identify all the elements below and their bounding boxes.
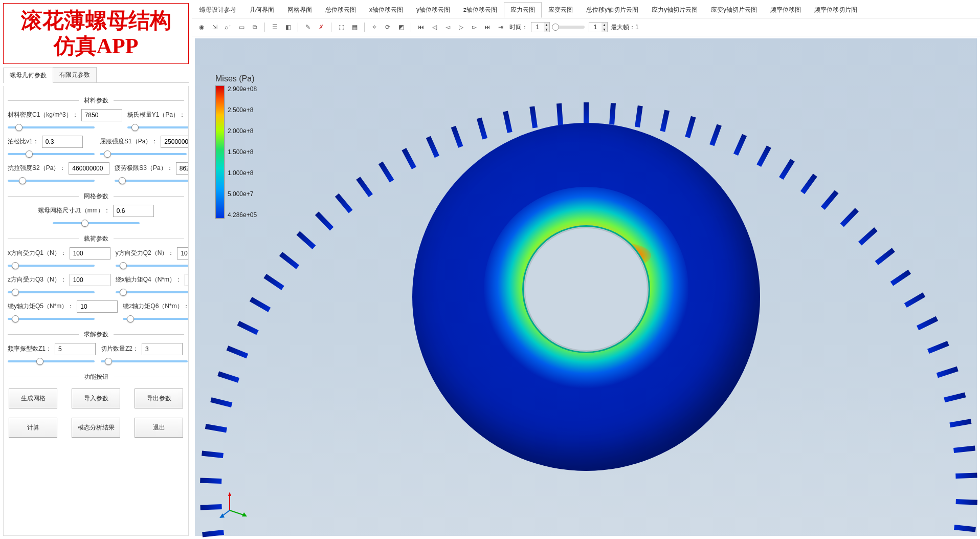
input-mesh-size[interactable]: [113, 205, 154, 217]
slider-fatigue[interactable]: [115, 180, 189, 182]
input-poisson[interactable]: [42, 136, 83, 148]
select-all-icon[interactable]: ▦: [349, 21, 360, 33]
input-fz[interactable]: [70, 274, 110, 286]
clear-highlight-icon[interactable]: ✗: [316, 21, 327, 33]
render-mode-icon[interactable]: ◧: [282, 21, 294, 33]
input-my[interactable]: [77, 300, 118, 313]
tab-fea-params[interactable]: 有限元参数: [53, 67, 97, 82]
input-yield[interactable]: [161, 136, 189, 148]
slider-fy[interactable]: [116, 265, 189, 267]
input-fatigue[interactable]: [176, 162, 189, 175]
result-tab-7[interactable]: 应力云图: [504, 2, 542, 18]
result-tab-9[interactable]: 总位移y轴切片云图: [580, 2, 645, 18]
slider-mz[interactable]: [123, 318, 189, 320]
result-tab-0[interactable]: 螺母设计参考: [193, 2, 243, 18]
model-view[interactable]: [392, 102, 781, 491]
play-icon[interactable]: ▷: [455, 21, 466, 33]
result-tab-6[interactable]: z轴位移云图: [457, 2, 504, 18]
slider-yield[interactable]: [100, 153, 187, 155]
slider-youngs[interactable]: [127, 126, 189, 128]
section-solve: 求解参数: [8, 330, 184, 339]
compute-button[interactable]: 计算: [9, 418, 57, 438]
result-tab-13[interactable]: 频率位移切片图: [808, 2, 864, 18]
isometric-icon[interactable]: ◩: [395, 21, 407, 33]
input-youngs[interactable]: [188, 109, 189, 121]
spin-down-icon[interactable]: ▼: [602, 27, 607, 32]
spin-up-icon[interactable]: ▲: [602, 23, 607, 27]
spin-down-icon[interactable]: ▼: [544, 27, 549, 32]
result-tab-11[interactable]: 应变y轴切片云图: [704, 2, 764, 18]
select-box-icon[interactable]: ▭: [236, 21, 247, 33]
slider-modes[interactable]: [8, 360, 95, 362]
goto-start-icon[interactable]: ⏮: [415, 21, 427, 33]
slider-fx[interactable]: [8, 265, 95, 267]
input-mx[interactable]: [185, 274, 189, 286]
tab-geometry-params[interactable]: 螺母几何参数: [3, 68, 53, 83]
slider-slices[interactable]: [101, 360, 188, 362]
label-tensile: 抗拉强度S2（Pa）：: [8, 164, 65, 173]
result-tab-10[interactable]: 应力y轴切片云图: [645, 2, 704, 18]
time-input[interactable]: [531, 23, 544, 32]
result-tab-1[interactable]: 几何界面: [243, 2, 281, 18]
input-modes[interactable]: [55, 343, 96, 355]
step-forward-icon[interactable]: ▻: [469, 21, 480, 33]
modal-results-button[interactable]: 模态分析结果: [72, 418, 120, 438]
input-fy[interactable]: [177, 247, 189, 260]
label-slices: 切片数量Z2：: [101, 344, 139, 353]
result-viewport[interactable]: Mises (Pa) 2.909e+082.500e+82.000e+81.50…: [195, 38, 977, 536]
slider-fz[interactable]: [8, 291, 95, 293]
result-tab-8[interactable]: 应变云图: [542, 2, 580, 18]
spin-up-icon[interactable]: ▲: [544, 23, 549, 27]
time-spinner[interactable]: ▲▼: [531, 22, 550, 32]
goto-end-icon[interactable]: ⏭: [482, 21, 493, 33]
section-load: 载荷参数: [8, 234, 184, 243]
time-scrubber[interactable]: [554, 26, 585, 29]
label-modes: 频率振型数Z1：: [8, 344, 52, 353]
import-params-button[interactable]: 导入参数: [72, 389, 120, 408]
exit-button[interactable]: 退出: [135, 418, 183, 438]
layers-icon[interactable]: ☰: [269, 21, 280, 33]
input-fx[interactable]: [70, 247, 110, 260]
result-tab-5[interactable]: y轴位移云图: [410, 2, 457, 18]
input-tensile[interactable]: [69, 162, 109, 175]
viewport-toolbar: ◉ ⇲ ⌕⁺ ▭ ⧉ ☰ ◧ ✎ ✗ ⬚ ▦ ✧ ⟳ ◩ ⏮ ◁ ◅ ▷ ▻ ⏭…: [192, 18, 980, 36]
range-icon[interactable]: ⇥: [495, 21, 506, 33]
export-params-button[interactable]: 导出参数: [135, 389, 183, 408]
label-fx: x方向受力Q1（N）：: [8, 249, 66, 257]
legend-tick: 5.000e+7: [228, 190, 257, 198]
step-back-icon[interactable]: ◁: [429, 21, 440, 33]
rotate-icon[interactable]: ⟳: [382, 21, 393, 33]
result-tab-4[interactable]: x轴位移云图: [363, 2, 410, 18]
legend-ticks: 2.909e+082.500e+82.000e+81.500e+81.000e+…: [225, 85, 257, 219]
zoom-fit-icon[interactable]: ⌕⁺: [222, 21, 234, 33]
copy-window-icon[interactable]: ⧉: [249, 21, 260, 33]
frame-input[interactable]: [589, 23, 602, 32]
select-rect-icon[interactable]: ⬚: [336, 21, 347, 33]
input-slices[interactable]: [142, 343, 183, 355]
camera-icon[interactable]: ◉: [196, 21, 207, 33]
input-density[interactable]: [81, 109, 122, 121]
time-label: 时间：: [509, 23, 528, 32]
play-back-icon[interactable]: ◅: [442, 21, 453, 33]
slider-tensile[interactable]: [8, 180, 95, 182]
param-panel: 材料参数 材料密度C1（kg/m^3）： 杨氏模量Y1（Pa）：: [3, 86, 189, 536]
orbit-icon[interactable]: ✧: [369, 21, 380, 33]
max-frame-label: 最大帧：1: [611, 23, 639, 32]
legend-colorbar: [215, 85, 225, 219]
export-view-icon[interactable]: ⇲: [209, 21, 220, 33]
frame-spinner[interactable]: ▲▼: [589, 22, 608, 32]
generate-mesh-button[interactable]: 生成网格: [9, 389, 57, 408]
slider-poisson[interactable]: [8, 153, 95, 155]
label-fz: z方向受力Q3（N）：: [8, 275, 66, 284]
highlight-icon[interactable]: ✎: [302, 21, 314, 33]
result-tab-12[interactable]: 频率位移图: [764, 2, 808, 18]
slider-my[interactable]: [8, 318, 95, 320]
result-tab-3[interactable]: 总位移云图: [319, 2, 363, 18]
logo-line2: 仿真APP: [6, 33, 186, 59]
slider-density[interactable]: [8, 126, 95, 128]
slider-mesh-size[interactable]: [53, 222, 140, 224]
svg-line-2: [230, 510, 245, 515]
sidebar-tabs: 螺母几何参数 有限元参数: [3, 67, 189, 83]
slider-mx[interactable]: [116, 291, 189, 293]
result-tab-2[interactable]: 网格界面: [281, 2, 319, 18]
